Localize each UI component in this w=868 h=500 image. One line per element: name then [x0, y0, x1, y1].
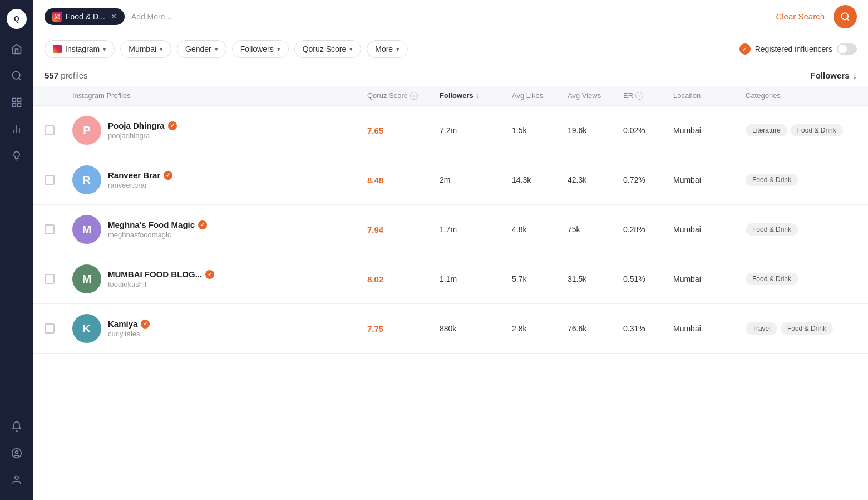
- profile-cell: R Ranveer Brar ✓ ranveer.brar: [72, 165, 367, 194]
- person-icon[interactable]: [6, 469, 28, 491]
- row-checkbox-cell: [45, 125, 72, 135]
- topbar-right: Clear Search: [776, 5, 857, 28]
- category-tag: Food & Drink: [746, 223, 798, 236]
- table-header: Instagram Profiles Qoruz Score i Followe…: [33, 86, 868, 106]
- score-filter[interactable]: Qoruz Score ▾: [294, 40, 362, 58]
- more-filter[interactable]: More ▾: [367, 40, 408, 58]
- score-chevron-icon: ▾: [349, 46, 353, 53]
- location-filter[interactable]: Mumbai ▾: [120, 40, 171, 58]
- add-more-button[interactable]: Add More...: [131, 12, 171, 21]
- profile-handle: curly.tales: [108, 330, 150, 338]
- svg-point-12: [16, 451, 18, 454]
- table-row[interactable]: M MUMBAI FOOD BLOG... ✓ foodiekashif 8.0…: [33, 254, 868, 304]
- svg-rect-5: [18, 99, 21, 102]
- close-tag-icon[interactable]: ✕: [111, 12, 117, 21]
- svg-point-15: [56, 15, 58, 17]
- profile-handle: ranveer.brar: [108, 181, 172, 189]
- sort-followers-button[interactable]: Followers ↓: [810, 71, 857, 80]
- instagram-filter-label: Instagram: [65, 45, 100, 53]
- categories-cell: TravelFood & Drink: [746, 322, 857, 335]
- instagram-filter[interactable]: Instagram ▾: [45, 40, 115, 58]
- avatar: R: [72, 165, 101, 194]
- location-chevron-icon: ▾: [160, 46, 163, 53]
- verified-icon: ✓: [168, 121, 177, 130]
- score-value: 7.75: [367, 324, 440, 334]
- main-content: Food & D... ✕ Add More... Clear Search I…: [33, 0, 868, 500]
- er-value: 0.02%: [623, 126, 673, 135]
- instagram-tag-icon: [52, 12, 62, 22]
- row-checkbox[interactable]: [45, 224, 55, 234]
- row-checkbox[interactable]: [45, 125, 55, 135]
- score-value: 8.48: [367, 175, 440, 185]
- score-value: 7.65: [367, 126, 440, 135]
- bell-icon[interactable]: [6, 415, 28, 438]
- table-row[interactable]: P Pooja Dhingra ✓ poojadhingra 7.65 7.2m…: [33, 106, 868, 155]
- circle-user-icon[interactable]: [6, 442, 28, 464]
- th-score: Qoruz Score i: [367, 91, 440, 100]
- avg-likes-value: 2.8k: [512, 324, 568, 333]
- svg-point-2: [13, 72, 20, 79]
- filterbar: Instagram ▾ Mumbai ▾ Gender ▾ Followers …: [33, 33, 868, 65]
- followers-value: 1.7m: [440, 225, 512, 234]
- followers-filter[interactable]: Followers ▾: [232, 40, 289, 58]
- th-location: Location: [673, 91, 746, 100]
- gender-filter[interactable]: Gender ▾: [177, 40, 226, 58]
- er-value: 0.28%: [623, 225, 673, 234]
- category-tag: Literature: [746, 124, 787, 136]
- search-tag-label: Food & D...: [66, 12, 105, 21]
- avg-likes-value: 14.3k: [512, 175, 568, 184]
- table-row[interactable]: M Meghna's Food Magic ✓ meghnasfoodmagic…: [33, 205, 868, 254]
- er-info-icon[interactable]: i: [635, 92, 643, 100]
- svg-line-3: [19, 78, 21, 80]
- avg-likes-value: 5.7k: [512, 274, 568, 283]
- score-value: 8.02: [367, 274, 440, 284]
- clear-search-button[interactable]: Clear Search: [776, 12, 825, 21]
- profile-handle: poojadhingra: [108, 131, 177, 140]
- results-number: 557: [45, 71, 58, 80]
- verified-icon: ✓: [205, 270, 214, 279]
- sidebar-logo[interactable]: Q: [7, 9, 27, 29]
- table-body: P Pooja Dhingra ✓ poojadhingra 7.65 7.2m…: [33, 106, 868, 354]
- search-tag[interactable]: Food & D... ✕: [45, 8, 125, 25]
- location-value: Mumbai: [673, 274, 746, 283]
- table-row[interactable]: K Kamiya ✓ curly.tales 7.75 880k 2.8k 76…: [33, 304, 868, 354]
- profile-info: Pooja Dhingra ✓ poojadhingra: [108, 121, 177, 140]
- row-checkbox-cell: [45, 274, 72, 284]
- er-value: 0.51%: [623, 274, 673, 283]
- profile-cell: K Kamiya ✓ curly.tales: [72, 314, 367, 343]
- profile-info: Kamiya ✓ curly.tales: [108, 319, 150, 338]
- registered-toggle[interactable]: [837, 43, 857, 55]
- avg-views-value: 75k: [568, 225, 623, 234]
- profile-name: MUMBAI FOOD BLOG... ✓: [108, 269, 214, 279]
- row-checkbox[interactable]: [45, 323, 55, 334]
- more-chevron-icon: ▾: [396, 46, 400, 53]
- profile-handle: foodiekashif: [108, 280, 214, 288]
- campaigns-icon[interactable]: [6, 91, 28, 114]
- followers-value: 7.2m: [440, 126, 512, 135]
- table-row[interactable]: R Ranveer Brar ✓ ranveer.brar 8.48 2m 14…: [33, 155, 868, 205]
- svg-point-17: [841, 13, 848, 19]
- row-checkbox-cell: [45, 175, 72, 185]
- category-tag: Food & Drink: [791, 124, 843, 136]
- svg-point-16: [58, 15, 59, 16]
- profile-name: Kamiya ✓: [108, 319, 150, 329]
- resultsbar: 557 profiles Followers ↓: [33, 65, 868, 86]
- svg-point-13: [15, 476, 19, 480]
- analytics-icon[interactable]: [6, 118, 28, 140]
- followers-value: 880k: [440, 324, 512, 333]
- th-categories: Categories: [746, 91, 857, 100]
- sort-label: Followers: [810, 71, 849, 80]
- topbar: Food & D... ✕ Add More... Clear Search: [33, 0, 868, 33]
- home-icon[interactable]: [6, 38, 28, 60]
- row-checkbox[interactable]: [45, 175, 55, 185]
- score-info-icon[interactable]: i: [410, 92, 418, 100]
- svg-text:Q: Q: [14, 15, 19, 23]
- profile-info: MUMBAI FOOD BLOG... ✓ foodiekashif: [108, 269, 214, 288]
- avg-views-value: 42.3k: [568, 175, 623, 184]
- lightbulb-icon[interactable]: [6, 145, 28, 167]
- discover-icon[interactable]: [6, 65, 28, 87]
- row-checkbox[interactable]: [45, 274, 55, 284]
- profile-name: Pooja Dhingra ✓: [108, 121, 177, 130]
- search-button[interactable]: [834, 5, 857, 28]
- th-followers[interactable]: Followers ↓: [440, 91, 512, 100]
